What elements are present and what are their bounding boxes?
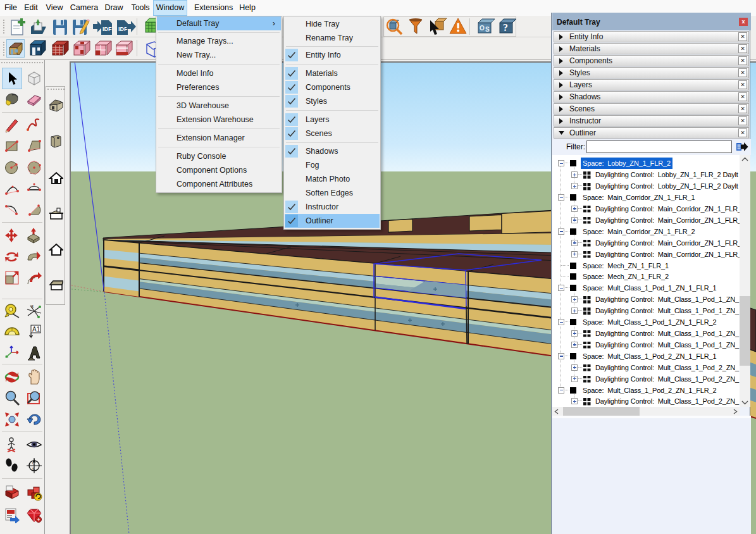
svg-text:C: C (32, 461, 35, 465)
svg-text:3: 3 (31, 304, 34, 309)
svg-text:S: S (32, 467, 35, 471)
svg-text:IDF: IDF (102, 26, 112, 32)
svg-text:O: O (480, 25, 485, 32)
svg-text:S: S (485, 26, 490, 33)
svg-text:A1: A1 (32, 326, 40, 333)
svg-text:IDF: IDF (118, 26, 128, 32)
svg-text:?: ? (503, 22, 508, 33)
